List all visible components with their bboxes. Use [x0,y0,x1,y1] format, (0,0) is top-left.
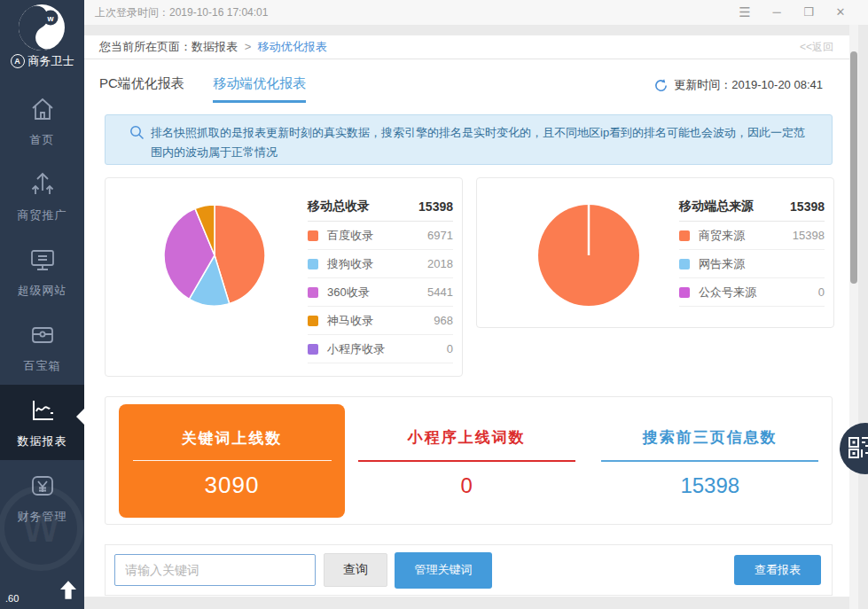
legend-item: 商贸来源 15398 [679,222,825,250]
legend-item: 百度收录 6971 [308,222,453,250]
mobile-index-legend: 移动总收录 15398 百度收录 6971 搜狗收录 2018 360收录 54… [308,192,453,363]
chart-total: 15398 [790,199,825,214]
legend-swatch [308,316,318,326]
view-report-button[interactable]: 查看报表 [734,555,821,585]
back-link[interactable]: <<返回 [800,35,833,59]
watermark-logo: W [0,486,83,571]
refresh-icon[interactable] [653,78,669,93]
stat-divider [601,460,818,462]
legend-item: 神马收录 968 [308,307,453,335]
mobile-source-pie-chart [536,202,642,308]
breadcrumb-separator: > [245,40,252,53]
legend-item: 搜狗收录 2018 [308,250,453,278]
mobile-source-card: 移动端总来源 15398 商贸来源 15398 网告来源 公众号来源 0 [476,177,834,328]
sidebar-item-label: 百宝箱 [0,358,84,374]
sidebar-item-label: 超级网站 [0,283,84,299]
stat-value: 15398 [589,473,833,498]
stat-miniprogram-words: 小程序上线词数 0 [345,397,589,524]
sidebar-item-toolbox[interactable]: 百宝箱 [0,309,84,385]
keyword-query-bar: 查询 管理关键词 查看报表 [105,544,833,596]
chart-total: 15398 [418,199,453,214]
stat-value: 0 [345,473,589,498]
toolbox-icon [29,322,56,348]
tab-pc-report[interactable]: PC端优化报表 [99,75,184,100]
brand-row: A 商务卫士 [0,50,84,73]
mobile-index-pie-chart [161,202,268,308]
stats-panel: 关键词上线数 3090 小程序上线词数 0 搜索前三页信息数 15398 [105,396,833,525]
sidebar-item-promotion[interactable]: 商贸推广 [0,159,84,234]
title-bar: 上次登录时间：2019-10-16 17:04:01 ☰ ─ ❒ ✕ [84,0,868,25]
legend-swatch [679,230,690,241]
legend-item: 360收录 5441 [308,278,453,307]
back-to-top-icon[interactable] [60,581,76,603]
stat-keywords-online: 关键词上线数 3090 [119,404,345,518]
tab-bar: PC端优化报表 移动端优化报表 [99,75,331,103]
active-item-notch [76,409,84,425]
stat-value: 3090 [119,472,345,499]
menu-icon[interactable]: ☰ [733,0,756,25]
app-logo: w [0,0,84,50]
legend-swatch [679,259,690,269]
stat-divider [358,460,575,462]
qr-code-icon [848,436,868,459]
home-icon [29,96,56,122]
website-icon [29,246,56,273]
sidebar-nav: 首页 商贸推广 超级网站 百宝箱 数据报表 [0,83,84,535]
sidebar-item-report[interactable]: 数据报表 [0,385,84,460]
mobile-index-card: 移动总收录 15398 百度收录 6971 搜狗收录 2018 360收录 54… [105,177,463,377]
stat-top3-pages-info: 搜索前三页信息数 15398 [589,397,833,524]
main-content: PC端优化报表 移动端优化报表 更新时间：2019-10-20 08:41 排名… [84,59,849,597]
stat-label: 小程序上线词数 [345,427,589,448]
legend-swatch [308,230,318,241]
version-label: .60 [5,593,19,604]
legend-item: 公众号来源 0 [679,278,825,307]
stat-label: 关键词上线数 [119,428,345,449]
sidebar-item-home[interactable]: 首页 [0,83,84,159]
sidebar-item-label: 数据报表 [0,433,84,449]
legend-swatch [679,287,690,298]
legend-swatch [308,259,318,269]
chart-title: 移动端总来源 [679,199,790,215]
maximize-icon[interactable]: ❒ [797,0,820,25]
mobile-source-legend: 移动端总来源 15398 商贸来源 15398 网告来源 公众号来源 0 [679,192,825,307]
breadcrumb-prefix: 您当前所在页面： [99,40,192,53]
manage-keywords-button[interactable]: 管理关键词 [395,552,492,589]
legend-item: 小程序收录 0 [308,335,453,363]
sidebar-item-label: 商贸推广 [0,207,84,223]
sidebar-item-label: 首页 [0,132,84,148]
tab-mobile-report[interactable]: 移动端优化报表 [213,75,306,103]
brand-a-icon: A [11,54,25,68]
update-time-row: 更新时间：2019-10-20 08:41 [653,77,823,93]
sidebar: w A 商务卫士 首页 商贸推广 超级网站 [0,0,84,609]
legend-item: 网告来源 [679,250,825,278]
promotion-icon [29,171,56,198]
update-time-label: 更新时间：2019-10-20 08:41 [674,77,823,93]
chart-title: 移动总收录 [308,199,418,215]
legend-swatch [308,287,318,298]
keyword-input[interactable] [114,554,316,586]
divider [84,25,868,35]
close-icon[interactable]: ✕ [829,0,852,25]
stat-divider [133,460,332,461]
breadcrumb-section: 数据报表 [192,40,238,53]
search-button[interactable]: 查询 [324,553,387,587]
breadcrumb-current[interactable]: 移动优化报表 [258,40,327,53]
yinyang-logo-icon: w [17,3,66,52]
notice-text: 排名快照抓取的是报表更新时刻的真实数据，搜索引擎的排名是实时变化的，且不同地区i… [151,118,807,162]
breadcrumb: 您当前所在页面：数据报表 > 移动优化报表 [99,35,327,59]
sidebar-item-website[interactable]: 超级网站 [0,234,84,309]
minimize-icon[interactable]: ─ [765,0,788,25]
search-icon [129,125,145,140]
legend-swatch [308,344,318,355]
last-login-time: 上次登录时间：2019-10-16 17:04:01 [95,0,268,25]
breadcrumb-bar: 您当前所在页面：数据报表 > 移动优化报表 <<返回 [84,35,858,59]
brand-name: 商务卫士 [28,53,74,69]
stat-label: 搜索前三页信息数 [589,427,833,448]
svg-text:w: w [46,14,54,23]
report-chart-icon [29,397,56,424]
scrollbar-thumb[interactable] [850,51,857,284]
notice-banner: 排名快照抓取的是报表更新时刻的真实数据，搜索引擎的排名是实时变化的，且不同地区i… [105,114,833,165]
scrollbar-track[interactable] [849,25,858,609]
